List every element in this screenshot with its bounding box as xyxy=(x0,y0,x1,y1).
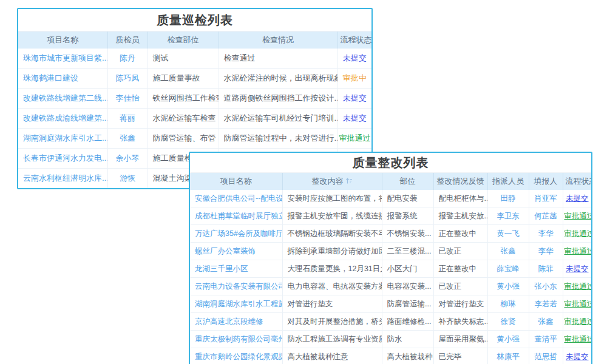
status-link-cell[interactable]: 审批通过 xyxy=(563,313,591,331)
status-link-cell[interactable]: 审批通过 xyxy=(563,278,591,295)
rectification-content-cell: 高大植被栽种注意 xyxy=(282,348,382,364)
status-link-cell[interactable]: 未提交 xyxy=(563,348,591,364)
project-name-cell[interactable]: 云南水利枢纽潜明水库... xyxy=(18,169,107,189)
assignee-cell[interactable]: 田静 xyxy=(487,190,529,207)
status-link-cell[interactable]: 未提交 xyxy=(563,190,591,207)
project-name-cell[interactable]: 重庆太极制药有限公司亳州中... xyxy=(190,331,282,348)
reporter-cell[interactable]: 李若若 xyxy=(529,295,563,313)
feedback-cell: 已改正 xyxy=(433,243,487,260)
inspection-table-header: 项目名称 质检员 检查部位 检查情况 流程状态 xyxy=(18,32,371,49)
reporter-cell[interactable]: 张小东 xyxy=(529,278,563,295)
project-name-cell[interactable]: 改建铁路线增建第二线... xyxy=(18,89,107,109)
assignee-cell[interactable]: 薛宝峰 xyxy=(487,260,529,278)
feedback-cell: 正在整改中 xyxy=(433,225,487,243)
project-name-cell[interactable]: 改建铁路成渝线增建第... xyxy=(18,109,107,129)
table-row: 安徽合肥供电公司--配电设备... 安装时应按施工图的布置，将... 配电安装 … xyxy=(190,190,591,207)
table-row: 湖南洞庭湖水库引水工... 张鑫 防腐管运输、布管 防腐管运输过程中，未对管进行… xyxy=(18,129,371,149)
table-row: 重庆太极制药有限公司亳州中... 防水工程施工选调有专业资质... 防水 屋面采… xyxy=(190,331,591,348)
feedback-cell: 对管进行垫支 xyxy=(433,295,487,313)
rectification-table: 项目名称 整改内容 部位 整改情况反馈 指派人员 填报人 流程状态 安徽合肥供电… xyxy=(190,173,591,364)
column-header-part: 部位 xyxy=(382,173,433,190)
column-header-status: 流程状态 xyxy=(563,173,591,190)
inspector-cell[interactable]: 蒋丽 xyxy=(107,109,148,129)
inspector-cell[interactable]: 余小琴 xyxy=(107,149,148,169)
column-header-project-name: 项目名称 xyxy=(190,173,282,190)
inspection-part-cell: 水泥砼运输车检查 xyxy=(148,109,219,129)
table-row: 成都杜甫草堂临时展厅独立展... 报警主机安放牢固，线缆连接... 报警系统 报… xyxy=(190,207,591,225)
project-name-cell[interactable]: 重庆市鹅岭公园绿化景观提升... xyxy=(190,348,282,364)
project-name-cell[interactable]: 万达广场35#会所及咖啡厅空... xyxy=(190,225,282,243)
column-header-rectification-content[interactable]: 整改内容 xyxy=(282,173,382,190)
feedback-cell: 已改正 xyxy=(433,278,487,295)
feedback-cell: 已完毕 xyxy=(433,348,487,364)
table-row: 重庆市鹅岭公园绿化景观提升... 高大植被栽种注意 高大植被栽种 已完毕 林康平… xyxy=(190,348,591,364)
part-cell: 电容器安装... xyxy=(382,278,433,295)
inspector-cell[interactable]: 李佳怡 xyxy=(107,89,148,109)
project-name-cell[interactable]: 珠海市城市更新项目紫... xyxy=(18,49,107,69)
part-cell: 高大植被栽种 xyxy=(382,348,433,364)
reporter-cell[interactable]: 李华 xyxy=(529,225,563,243)
table-row: 改建铁路成渝线增建第... 蒋丽 水泥砼运输车检查 水泥砼运输车司机经过专门培训… xyxy=(18,109,371,129)
assignee-cell[interactable]: 黄一飞 xyxy=(487,225,529,243)
assignee-cell[interactable]: 黄小强 xyxy=(487,278,529,295)
inspector-cell[interactable]: 陈丹 xyxy=(107,49,148,69)
status-link-cell[interactable]: 审批通过 xyxy=(563,243,591,260)
sort-icon[interactable] xyxy=(345,177,353,184)
project-name-cell[interactable]: 湖南洞庭湖水库引水工... xyxy=(18,129,107,149)
assignee-cell[interactable]: 林康平 xyxy=(487,348,529,364)
status-link-cell[interactable]: 审批通过 xyxy=(563,331,591,348)
reporter-cell[interactable]: 范思哲 xyxy=(529,348,563,364)
assignee-cell[interactable]: 徐贤 xyxy=(487,313,529,331)
column-header-inspection-part: 检查部位 xyxy=(148,32,219,49)
status-link-cell[interactable]: 审批通过 xyxy=(563,225,591,243)
table-row: 云南电力设备安装有限公司20... 电力电容器、电抗器安装方案... 电容器安装… xyxy=(190,278,591,295)
project-name-cell[interactable]: 安徽合肥供电公司--配电设备... xyxy=(190,190,282,207)
column-header-inspection-detail: 检查情况 xyxy=(219,32,337,49)
table-row: 龙湖三千里小区 大理石质量更换，12月31日之... 小区大门 正在整改中 薛宝… xyxy=(190,260,591,278)
assignee-cell[interactable]: 张鑫 xyxy=(487,243,529,260)
rectification-table-header: 项目名称 整改内容 部位 整改情况反馈 指派人员 填报人 流程状态 xyxy=(190,173,591,190)
page: 质量巡检列表 项目名称 质检员 检查部位 检查情况 流程状态 珠海市城市更新项目… xyxy=(0,0,607,364)
project-name-cell[interactable]: 湖南洞庭湖水库引水工程施工标 xyxy=(190,295,282,313)
project-name-cell[interactable]: 云南电力设备安装有限公司20... xyxy=(190,278,282,295)
feedback-cell: 配电柜柜体与... xyxy=(433,190,487,207)
feedback-cell: 正在整改中 xyxy=(433,260,487,278)
project-name-cell[interactable]: 长春市伊通河水力发电... xyxy=(18,149,107,169)
reporter-cell[interactable]: 陈菲 xyxy=(529,260,563,278)
feedback-cell: 报警主机安放... xyxy=(433,207,487,225)
reporter-cell[interactable]: 何芷菡 xyxy=(529,207,563,225)
reporter-cell[interactable]: 董清平 xyxy=(529,331,563,348)
assignee-cell[interactable]: 李卫东 xyxy=(487,207,529,225)
part-cell: 配电安装 xyxy=(382,190,433,207)
status-link-cell[interactable]: 未提交 xyxy=(563,260,591,278)
project-name-cell[interactable]: 龙湖三千里小区 xyxy=(190,260,282,278)
inspection-detail-cell: 检查通过 xyxy=(219,49,337,69)
inspector-cell[interactable]: 陈巧凤 xyxy=(107,69,148,89)
project-name-cell[interactable]: 珠海鹤港口建设 xyxy=(18,69,107,89)
inspection-part-cell: 测试 xyxy=(148,49,219,69)
assignee-cell[interactable]: 柳琳 xyxy=(487,295,529,313)
project-name-cell[interactable]: 螺丝厂办公室装饰 xyxy=(190,243,282,260)
assignee-cell[interactable]: 黄小强 xyxy=(487,331,529,348)
rectification-content-cell: 拆除到承重墙部分请做好加固... xyxy=(282,243,382,260)
inspector-cell[interactable]: 游恢 xyxy=(107,169,148,189)
inspection-detail-cell: 防腐管运输过程中，未对管进行... xyxy=(219,129,337,149)
inspection-detail-cell: 水泥砼灌注的时候，出现离析现象 xyxy=(219,69,337,89)
table-row: 珠海市城市更新项目紫... 陈丹 测试 检查通过 未提交 xyxy=(18,49,371,69)
status-link-cell[interactable]: 审批通过 xyxy=(563,295,591,313)
status-cell: 审批通过 xyxy=(337,129,371,149)
table-row: 湖南洞庭湖水库引水工程施工标 对管进行垫支 防腐管运输... 对管进行垫支 柳琳… xyxy=(190,295,591,313)
reporter-cell[interactable]: 肖亚军 xyxy=(529,190,563,207)
reporter-cell[interactable]: 李华 xyxy=(529,243,563,260)
status-link-cell[interactable]: 审批通过 xyxy=(563,207,591,225)
rectification-content-cell: 大理石质量更换，12月31日之... xyxy=(282,260,382,278)
project-name-cell[interactable]: 成都杜甫草堂临时展厅独立展... xyxy=(190,207,282,225)
reporter-cell[interactable]: 张鑫 xyxy=(529,313,563,331)
rectification-content-cell: 防水工程施工选调有专业资质... xyxy=(282,331,382,348)
column-header-status: 流程状态 xyxy=(337,32,371,49)
rectification-content-cell: 安装时应按施工图的布置，将... xyxy=(282,190,382,207)
inspection-card-title: 质量巡检列表 xyxy=(18,9,371,32)
project-name-cell[interactable]: 京沪高速北京段维修 xyxy=(190,313,282,331)
inspector-cell[interactable]: 张鑫 xyxy=(107,129,148,149)
status-cell: 未提交 xyxy=(337,89,371,109)
